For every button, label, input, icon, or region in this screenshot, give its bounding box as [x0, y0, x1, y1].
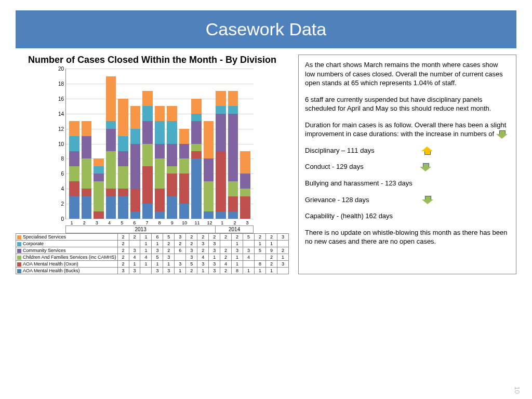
arrow-down-icon — [420, 163, 431, 171]
chart-plot: 02468101214161820 — [65, 69, 254, 219]
commentary-disciplinary: Disciplinary – 111 days — [305, 146, 510, 155]
x-axis-months: 123456789101112123 — [65, 219, 254, 225]
commentary-p3: Duration for main cases is as follow. Ov… — [305, 121, 510, 139]
commentary-p2: 6 staff are currently suspended but have… — [305, 95, 510, 113]
data-table: Specialised Services221653222225223Corpo… — [16, 233, 289, 274]
x-axis-years: 20132014 — [65, 225, 254, 233]
commentary-grievance: Grievance - 128 days — [305, 195, 510, 205]
commentary-p1: As the chart shows March remains the mon… — [305, 60, 510, 88]
commentary-conduct: Conduct - 129 days — [305, 162, 510, 171]
chart-panel: Number of Cases Closed Within the Month … — [16, 55, 289, 274]
arrow-down-icon — [422, 196, 433, 204]
page-number: 10 — [513, 387, 521, 394]
commentary-p4: There is no update on whistle-blowing th… — [305, 228, 510, 246]
arrow-down-icon — [496, 130, 508, 139]
arrow-up-icon — [421, 147, 433, 155]
chart-title: Number of Cases Closed Within the Month … — [16, 55, 289, 65]
commentary-bullying: Bullying and harassment - 123 days — [305, 179, 510, 188]
commentary-capability: Capability - (health) 162 days — [305, 211, 510, 221]
commentary-panel: As the chart shows March remains the mon… — [298, 55, 516, 274]
page-title: Casework Data — [16, 10, 516, 48]
